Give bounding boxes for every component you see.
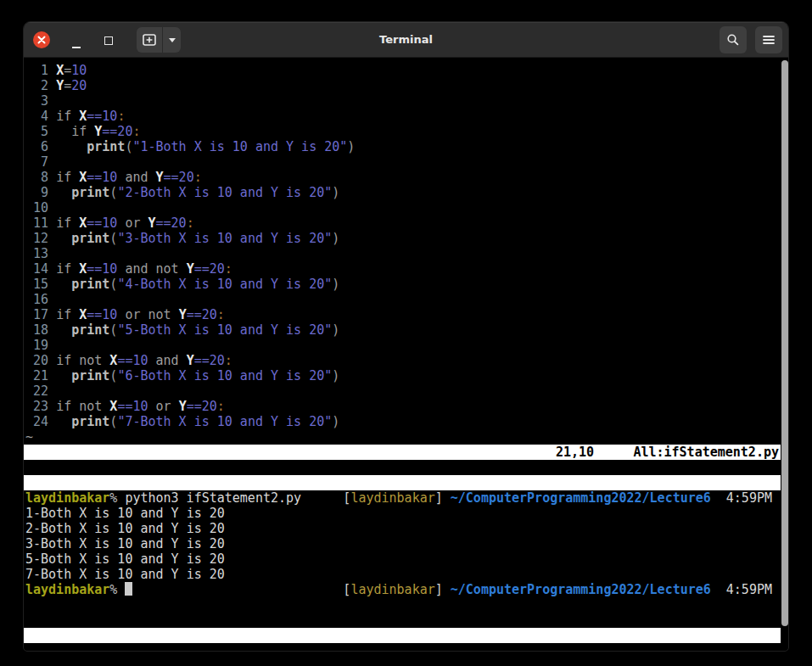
screen-caption-1: 1 zsh — [24, 628, 781, 643]
prompt-symbol: % — [109, 490, 117, 506]
shell-prompt-line: laydinbakar%python3 ifStatement2.py [lay… — [24, 490, 781, 506]
vim-code-line: 7 — [24, 154, 781, 170]
rprompt-username: laydinbakar — [350, 582, 434, 597]
rprompt-time: 4:59PM — [726, 490, 772, 506]
screen-caption-0: 0 zsh — [24, 475, 781, 490]
new-tab-button[interactable] — [137, 27, 163, 53]
vim-code-line: 12 print("3-Both X is 10 and Y is 20") — [24, 231, 781, 246]
shell-output-line: 2-Both X is 10 and Y is 20 — [24, 521, 781, 536]
vim-code-line: 13 — [24, 246, 781, 261]
close-icon — [37, 36, 46, 44]
maximize-button[interactable] — [103, 35, 115, 47]
vim-code-line: 19 — [24, 338, 781, 353]
vim-code-line: 15 print("4-Both X is 10 and Y is 20") — [24, 277, 781, 292]
scrollbar-thumb[interactable] — [781, 60, 788, 626]
new-tab-icon — [143, 34, 156, 46]
command-text: python3 ifStatement2.py — [125, 490, 301, 506]
terminal-cursor — [125, 582, 132, 596]
vim-code-line: 22 — [24, 383, 781, 399]
right-prompt: [laydinbakar]~/ComputerProgramming2022/L… — [343, 582, 781, 597]
vim-code-line: 23 if not X==10 or Y==20: — [24, 399, 781, 414]
line-number: 8 — [25, 170, 56, 185]
line-number: 17 — [25, 307, 56, 322]
shell-output: 1-Both X is 10 and Y is 202-Both X is 10… — [24, 506, 781, 582]
line-number: 2 — [25, 78, 56, 93]
line-number: 3 — [25, 93, 56, 109]
vim-code-line: 17 if X==10 or not Y==20: — [24, 307, 781, 322]
shell-output-line: 3-Both X is 10 and Y is 20 — [24, 536, 781, 551]
vim-code-line: 5 if Y==20: — [24, 124, 781, 139]
shell-output-line: 5-Both X is 10 and Y is 20 — [24, 551, 781, 567]
terminal-window: Terminal — [23, 21, 789, 652]
rprompt-path: ~/ComputerProgramming2022/Lecture6 — [451, 490, 711, 506]
tilde-marker: ~ — [25, 429, 33, 445]
line-number: 5 — [25, 124, 56, 139]
line-number: 6 — [25, 139, 56, 154]
line-number: 21 — [25, 368, 56, 383]
vim-code-line: 21 print("6-Both X is 10 and Y is 20") — [24, 368, 781, 383]
close-button[interactable] — [33, 31, 50, 48]
vim-statusline: ifStatement2.py [euc-jp][unix] 21,10 All… — [24, 445, 781, 460]
rprompt-time: 4:59PM — [726, 582, 772, 597]
right-prompt: [laydinbakar]~/ComputerProgramming2022/L… — [343, 490, 781, 506]
prompt-username: laydinbakar — [25, 582, 109, 597]
empty-line — [24, 613, 781, 628]
vim-code-line: 1 X=10 — [24, 63, 781, 78]
line-number: 12 — [25, 231, 56, 246]
shell-prompt-line-active: laydinbakar% [laydinbakar]~/ComputerProg… — [24, 582, 781, 597]
line-number: 23 — [25, 399, 56, 414]
chevron-down-icon — [169, 38, 176, 42]
hamburger-menu-icon — [762, 34, 776, 46]
search-button[interactable] — [720, 26, 747, 53]
line-number: 18 — [25, 322, 56, 338]
line-number: 15 — [25, 277, 56, 292]
prompt-username: laydinbakar — [25, 490, 109, 506]
minimize-icon — [72, 47, 81, 48]
line-number: 16 — [25, 292, 56, 307]
line-number: 4 — [25, 109, 56, 124]
vim-code-line: 18 print("5-Both X is 10 and Y is 20") — [24, 322, 781, 338]
rprompt-username: laydinbakar — [350, 490, 434, 506]
line-number: 20 — [25, 353, 56, 368]
minimize-button[interactable] — [70, 36, 82, 48]
vim-code-line: 9 print("2-Both X is 10 and Y is 20") — [24, 185, 781, 200]
prompt-symbol: % — [109, 582, 117, 597]
shell-output-line: 1-Both X is 10 and Y is 20 — [24, 506, 781, 521]
vim-message-line: "ifStatement2.py" [converted] 24L, 440C … — [24, 460, 781, 475]
shell-output-line: 7-Both X is 10 and Y is 20 — [24, 567, 781, 582]
tab-dropdown-button[interactable] — [163, 27, 181, 53]
vim-empty-line: ~ — [24, 429, 781, 445]
maximize-icon — [104, 36, 113, 45]
line-number: 7 — [25, 154, 56, 170]
vim-code-line: 3 — [24, 93, 781, 109]
vim-code-line: 8 if X==10 and Y==20: — [24, 170, 781, 185]
rprompt-path: ~/ComputerProgramming2022/Lecture6 — [451, 582, 711, 597]
line-number: 19 — [25, 338, 56, 353]
vim-code-line: 6 print("1-Both X is 10 and Y is 20") — [24, 139, 781, 154]
vim-code-line: 2 Y=20 — [24, 78, 781, 93]
line-number: 10 — [25, 200, 56, 215]
line-number: 22 — [25, 383, 56, 399]
line-number: 14 — [25, 261, 56, 277]
menu-button[interactable] — [755, 26, 782, 53]
vim-code-line: 24 print("7-Both X is 10 and Y is 20") — [24, 414, 781, 429]
titlebar[interactable]: Terminal — [24, 22, 788, 58]
new-tab-button-group — [137, 27, 181, 53]
line-number: 11 — [25, 215, 56, 231]
line-number: 24 — [25, 414, 56, 429]
vim-code-line: 20 if not X==10 and Y==20: — [24, 353, 781, 368]
vim-code-line: 10 — [24, 200, 781, 215]
line-number: 1 — [25, 63, 56, 78]
vim-buffer: 1 X=10 2 Y=20 3 4 if X==10: 5 if Y==20: … — [24, 63, 781, 429]
empty-line — [24, 597, 781, 613]
line-number: 9 — [25, 185, 56, 200]
vim-code-line: 16 — [24, 292, 781, 307]
vim-code-line: 11 if X==10 or Y==20: — [24, 215, 781, 231]
vim-code-line: 14 if X==10 and not Y==20: — [24, 261, 781, 277]
line-number: 13 — [25, 246, 56, 261]
terminal-content[interactable]: 1 X=10 2 Y=20 3 4 if X==10: 5 if Y==20: … — [24, 63, 781, 643]
statusline-ruler: 21,10 — [556, 445, 594, 460]
vim-code-line: 4 if X==10: — [24, 109, 781, 124]
statusline-position: All:ifStatement2.py — [633, 445, 779, 460]
search-icon — [726, 33, 740, 47]
